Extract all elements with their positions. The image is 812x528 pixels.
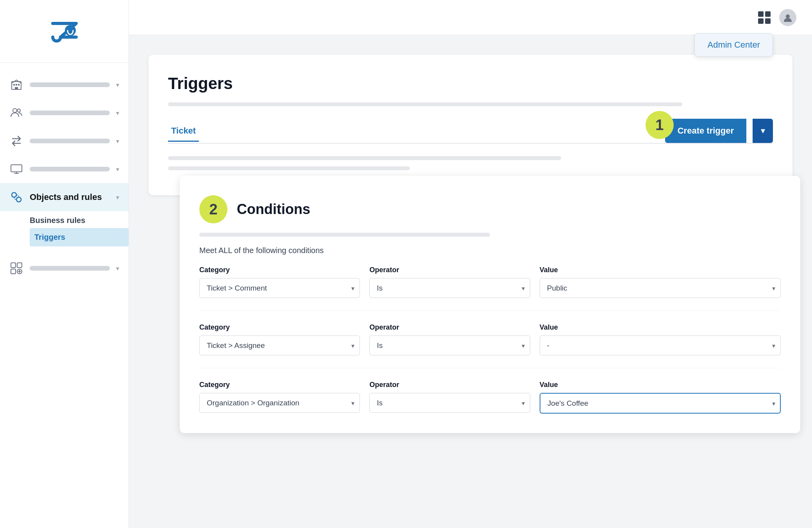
chevron-down-icon: ▾	[116, 265, 119, 272]
conditions-card: 2 Conditions Meet ALL of the following c…	[180, 176, 800, 433]
meet-all-text: Meet ALL of the following conditions	[199, 246, 781, 255]
admin-center-link[interactable]: Admin Center	[707, 40, 760, 50]
value-field-1: Value Public ▾	[540, 266, 781, 298]
category-select-2[interactable]: Ticket > Assignee	[199, 335, 360, 355]
svg-rect-4	[18, 84, 20, 86]
svg-rect-18	[765, 18, 771, 24]
admin-center-dropdown: Admin Center	[694, 33, 773, 57]
sub-nav-business-rules: Business rules	[30, 211, 129, 228]
value-select-2[interactable]: -	[540, 335, 781, 355]
svg-point-9	[12, 193, 16, 197]
buildings-icon	[9, 78, 23, 92]
monitor-icon	[9, 162, 23, 176]
value-select-wrapper-3: Joe's Coffee ▾	[540, 393, 781, 414]
value-field-3: Value Joe's Coffee ▾	[540, 381, 781, 414]
category-field-2: Category Ticket > Assignee ▾	[199, 323, 360, 355]
content-bar-2	[168, 166, 410, 170]
svg-point-10	[16, 197, 21, 202]
svg-rect-5	[15, 87, 18, 89]
chevron-down-icon: ▾	[116, 194, 119, 201]
content-bar-1	[168, 156, 561, 160]
create-trigger-dropdown-button[interactable]: ▾	[753, 119, 773, 143]
objects-rules-icon	[9, 190, 23, 204]
category-label-2: Category	[199, 323, 360, 332]
svg-rect-16	[765, 11, 771, 17]
conditions-header: 2 Conditions	[199, 195, 781, 223]
value-label-2: Value	[540, 323, 781, 332]
condition-row-3: Category Organization > Organization ▾ O…	[199, 381, 781, 414]
create-trigger-button[interactable]: Create trigger	[665, 119, 746, 143]
category-label-1: Category	[199, 266, 360, 274]
loading-bar-1	[168, 102, 682, 106]
sidebar-item-apps[interactable]: ▾	[0, 254, 129, 282]
nav-label-bar	[30, 111, 110, 115]
svg-rect-8	[11, 165, 22, 172]
main-content: Admin Center Triggers Ticket 1 Create tr…	[129, 0, 812, 528]
operator-select-wrapper-1: Is ▾	[369, 278, 530, 298]
chevron-down-icon: ▾	[116, 81, 119, 89]
operator-select-wrapper-3: Is ▾	[369, 393, 530, 413]
content-area: Triggers Ticket 1 Create trigger ▾	[129, 35, 812, 528]
nav-label-bar	[30, 266, 110, 271]
svg-rect-2	[13, 84, 15, 86]
sidebar-item-buildings[interactable]: ▾	[0, 71, 129, 99]
value-label-3: Value	[540, 381, 781, 389]
svg-rect-3	[16, 84, 17, 86]
tab-ticket[interactable]: Ticket	[168, 121, 199, 142]
operator-select-2[interactable]: Is	[369, 335, 530, 355]
svg-point-7	[17, 109, 20, 112]
svg-point-6	[13, 109, 17, 112]
sidebar-item-arrows[interactable]: ▾	[0, 127, 129, 155]
value-label-1: Value	[540, 266, 781, 274]
people-icon	[9, 106, 23, 120]
chevron-down-icon: ▾	[116, 109, 119, 117]
category-field-1: Category Ticket > Comment ▾	[199, 266, 360, 298]
value-select-wrapper-2: - ▾	[540, 335, 781, 355]
sidebar-item-people[interactable]: ▾	[0, 99, 129, 127]
value-select-1[interactable]: Public	[540, 278, 781, 298]
category-select-3[interactable]: Organization > Organization	[199, 393, 360, 413]
operator-select-wrapper-2: Is ▾	[369, 335, 530, 355]
apps-icon	[9, 261, 23, 275]
svg-point-19	[786, 14, 790, 18]
category-field-3: Category Organization > Organization ▾	[199, 381, 360, 414]
operator-select-3[interactable]: Is	[369, 393, 530, 413]
value-field-2: Value - ▾	[540, 323, 781, 355]
sidebar-item-monitor[interactable]: ▾	[0, 155, 129, 183]
nav-label-bar	[30, 139, 110, 143]
operator-label-3: Operator	[369, 381, 530, 389]
value-select-3[interactable]: Joe's Coffee	[540, 393, 781, 414]
objects-rules-label: Objects and rules	[30, 192, 110, 202]
header-bar: Admin Center	[129, 0, 812, 35]
sidebar-logo	[0, 0, 129, 63]
nav-label-bar	[30, 167, 110, 171]
operator-field-1: Operator Is ▾	[369, 266, 530, 298]
sub-nav-triggers[interactable]: Triggers	[30, 228, 129, 246]
grid-icon[interactable]	[757, 11, 771, 25]
svg-rect-11	[11, 263, 16, 268]
svg-rect-13	[11, 269, 16, 274]
zendesk-logo-icon	[45, 16, 84, 47]
sidebar-item-objects-rules[interactable]: Objects and rules ▾	[0, 183, 129, 211]
category-select-wrapper-1: Ticket > Comment ▾	[199, 278, 360, 298]
condition-row-1: Category Ticket > Comment ▾ Operator	[199, 266, 781, 311]
user-icon	[783, 12, 793, 23]
svg-rect-17	[758, 18, 764, 24]
category-select-wrapper-2: Ticket > Assignee ▾	[199, 335, 360, 355]
operator-label-1: Operator	[369, 266, 530, 274]
category-select-1[interactable]: Ticket > Comment	[199, 278, 360, 298]
arrows-icon	[9, 134, 23, 148]
step-badge-1: 1	[646, 111, 674, 139]
operator-field-2: Operator Is ▾	[369, 323, 530, 355]
header-icons	[757, 9, 796, 26]
user-avatar[interactable]	[779, 9, 796, 26]
conditions-loading-bar	[199, 233, 490, 237]
conditions-title: Conditions	[237, 201, 310, 218]
value-select-wrapper-1: Public ▾	[540, 278, 781, 298]
svg-rect-15	[758, 11, 764, 17]
operator-field-3: Operator Is ▾	[369, 381, 530, 414]
tabs-row: Ticket 1 Create trigger ▾	[168, 119, 773, 144]
svg-rect-12	[17, 263, 22, 268]
content-bars	[168, 156, 773, 170]
operator-select-1[interactable]: Is	[369, 278, 530, 298]
